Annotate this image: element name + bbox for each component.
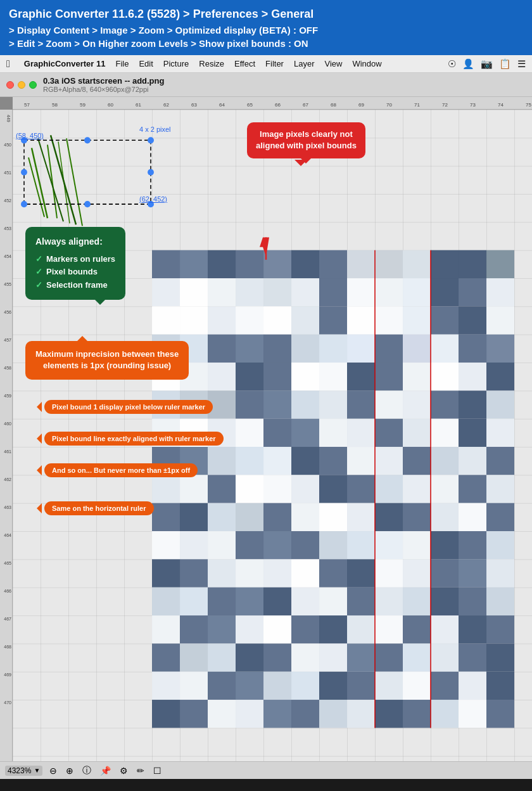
- svg-rect-49: [375, 335, 403, 363]
- svg-rect-167: [403, 588, 431, 615]
- app-name-menu[interactable]: GraphicConverter 11: [19, 58, 111, 70]
- traffic-lights: [6, 81, 37, 89]
- svg-rect-155: [431, 560, 459, 588]
- svg-rect-20: [263, 278, 291, 306]
- callout-green-title: Always aligned:: [35, 235, 115, 248]
- menu-resize[interactable]: Resize: [194, 58, 229, 70]
- menu-effect[interactable]: Effect: [229, 58, 260, 70]
- svg-rect-139: [347, 531, 375, 559]
- menu-layer[interactable]: Layer: [289, 58, 320, 70]
- svg-rect-26: [431, 278, 459, 306]
- zoom-display[interactable]: 4323% ▼: [5, 766, 42, 776]
- svg-rect-90: [431, 419, 459, 447]
- target-icon[interactable]: ☉: [448, 58, 456, 70]
- svg-rect-22: [319, 278, 347, 306]
- zoom-dropdown-icon[interactable]: ▼: [34, 767, 40, 774]
- svg-rect-131: [486, 503, 514, 531]
- title-bar: 0.3a iOS startscreen -- add.png RGB+Alph…: [0, 73, 532, 97]
- svg-rect-125: [319, 503, 347, 531]
- svg-rect-57: [236, 363, 263, 390]
- svg-rect-10: [319, 250, 347, 278]
- svg-rect-185: [180, 644, 208, 672]
- svg-rect-173: [208, 615, 236, 643]
- svg-rect-101: [375, 447, 403, 475]
- svg-rect-89: [403, 419, 431, 447]
- minimize-button[interactable]: [18, 81, 25, 89]
- svg-rect-84: [263, 419, 291, 447]
- svg-rect-30: [208, 307, 236, 335]
- maximize-button[interactable]: [29, 81, 37, 89]
- camera-icon[interactable]: 📷: [481, 58, 493, 70]
- menu-file[interactable]: File: [110, 58, 134, 70]
- info-icon[interactable]: ⓘ: [80, 765, 93, 776]
- zoom-out-icon[interactable]: ⊖: [48, 766, 59, 776]
- svg-rect-51: [431, 335, 459, 363]
- menu-edit[interactable]: Edit: [134, 58, 158, 70]
- svg-rect-48: [347, 335, 375, 363]
- svg-rect-204: [347, 672, 375, 700]
- checkbox-icon[interactable]: ☐: [151, 766, 163, 776]
- menu-extra-icon[interactable]: ☰: [517, 58, 526, 70]
- svg-rect-111: [291, 475, 319, 503]
- callout-green-item3: ✓Selection frame: [35, 279, 115, 292]
- svg-rect-76: [403, 391, 431, 419]
- pin-icon[interactable]: 📌: [98, 766, 113, 776]
- svg-rect-216: [319, 700, 347, 728]
- menu-picture[interactable]: Picture: [158, 58, 194, 70]
- svg-rect-99: [319, 447, 347, 475]
- svg-rect-142: [431, 531, 459, 559]
- svg-rect-143: [459, 531, 486, 559]
- svg-rect-222: [486, 700, 514, 728]
- svg-rect-13: [403, 250, 431, 278]
- svg-rect-181: [431, 615, 459, 643]
- svg-rect-187: [236, 644, 263, 672]
- svg-rect-110: [263, 475, 291, 503]
- svg-rect-183: [486, 615, 514, 643]
- dim-label: 4 x 2 pixel: [139, 125, 171, 133]
- svg-rect-219: [403, 700, 431, 728]
- pencil-icon[interactable]: ✏: [135, 766, 146, 776]
- svg-rect-25: [403, 278, 431, 306]
- svg-rect-117: [459, 475, 486, 503]
- svg-rect-32: [263, 307, 291, 335]
- svg-rect-85: [291, 419, 319, 447]
- user-icon[interactable]: 👤: [462, 58, 474, 70]
- svg-rect-40: [486, 307, 514, 335]
- svg-rect-197: [152, 672, 180, 700]
- svg-rect-151: [319, 560, 347, 588]
- svg-rect-39: [459, 307, 486, 335]
- svg-rect-104: [459, 447, 486, 475]
- svg-rect-44: [236, 335, 263, 363]
- svg-rect-159: [180, 588, 208, 615]
- menu-window[interactable]: Window: [347, 58, 386, 70]
- callout-red-text: Image pixels clearly notaligned with pix…: [256, 129, 357, 150]
- svg-rect-37: [403, 307, 431, 335]
- svg-rect-172: [180, 615, 208, 643]
- svg-rect-121: [208, 503, 236, 531]
- svg-point-239: [84, 201, 91, 207]
- svg-rect-200: [236, 672, 263, 700]
- svg-rect-95: [208, 447, 236, 475]
- svg-rect-14: [431, 250, 486, 278]
- clipboard-icon[interactable]: 📋: [499, 58, 511, 70]
- svg-rect-176: [291, 615, 319, 643]
- svg-rect-9: [291, 250, 319, 278]
- svg-rect-23: [347, 278, 375, 306]
- svg-rect-150: [291, 560, 319, 588]
- close-button[interactable]: [6, 81, 14, 89]
- zoom-value: 4323%: [8, 766, 31, 775]
- file-meta: RGB+Alpha/8, 640×960px@72ppi: [43, 86, 164, 93]
- svg-rect-141: [403, 531, 431, 559]
- menu-filter[interactable]: Filter: [260, 58, 289, 70]
- svg-rect-160: [208, 588, 236, 615]
- svg-rect-192: [375, 644, 403, 672]
- svg-rect-98: [291, 447, 319, 475]
- menu-view[interactable]: View: [319, 58, 347, 70]
- svg-rect-74: [347, 391, 375, 419]
- svg-rect-123: [263, 503, 291, 531]
- settings-icon[interactable]: ⚙: [118, 766, 130, 776]
- svg-rect-24: [375, 278, 403, 306]
- apple-menu[interactable]: : [3, 58, 14, 70]
- pill-label-4: Same on the horizontal ruler: [44, 501, 154, 515]
- zoom-in-icon[interactable]: ⊕: [64, 766, 75, 776]
